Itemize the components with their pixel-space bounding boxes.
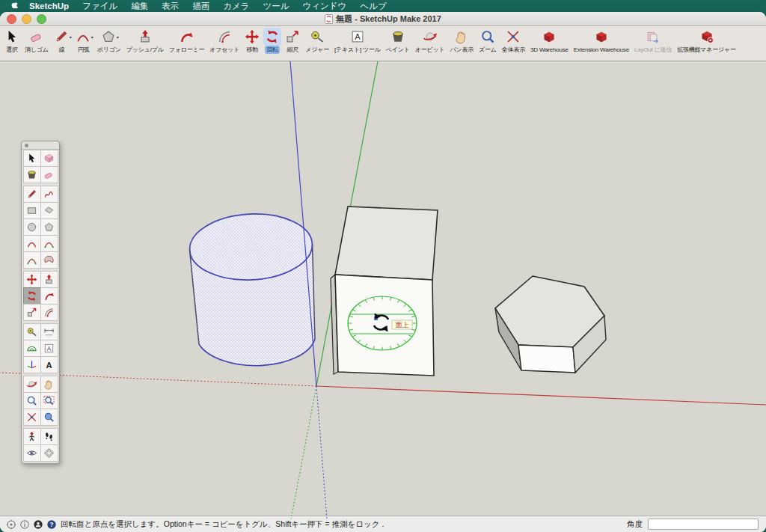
- palette-tool-eraser[interactable]: [40, 166, 58, 183]
- menu-item-2[interactable]: ファイル: [76, 0, 124, 12]
- menu-item-7[interactable]: ツール: [256, 0, 295, 12]
- toolbar-button-tape-measure-12[interactable]: メジャー: [304, 28, 331, 54]
- status-help-button[interactable]: ?: [46, 519, 57, 530]
- palette-tool-offset[interactable]: [40, 304, 58, 321]
- palette-tool-arc[interactable]: [23, 235, 41, 252]
- palette-tool-two-point-arc[interactable]: [40, 235, 58, 252]
- dropdown-arrow-icon[interactable]: ▾: [91, 34, 94, 40]
- toolbar-button-eraser-2[interactable]: 消しゴム: [23, 28, 50, 54]
- toolbar-button-extension-manager-22[interactable]: 拡張機能マネージャー: [675, 28, 738, 54]
- section-plane-icon: [43, 447, 55, 459]
- tool-palette: AA: [21, 141, 60, 464]
- palette-tool-protractor[interactable]: [23, 340, 41, 357]
- palette-tool-walk[interactable]: [40, 428, 58, 445]
- toolbar-button-pencil-3[interactable]: ▾線: [52, 28, 72, 54]
- palette-tool-rotate[interactable]: [23, 287, 41, 305]
- menu-item-6[interactable]: カメラ: [216, 0, 256, 12]
- palette-tool-pan[interactable]: [40, 376, 58, 393]
- palette-tool-follow-me[interactable]: [40, 287, 58, 305]
- minimize-window-button[interactable]: [22, 14, 31, 24]
- palette-tool-make-component[interactable]: [40, 150, 58, 167]
- toolbar-button-pan-16[interactable]: パン表示: [449, 28, 476, 54]
- palette-tool-line[interactable]: [23, 186, 41, 203]
- status-info-button[interactable]: [19, 519, 30, 530]
- palette-tool-text[interactable]: A: [40, 340, 58, 357]
- menu-item-5[interactable]: 描画: [186, 0, 216, 12]
- person-icon: [33, 519, 43, 530]
- toolbar-button-label: [テキスト] ツール: [333, 46, 382, 54]
- pan-icon: [43, 379, 55, 390]
- toolbar-button-text-tool-13[interactable]: A[テキスト] ツール: [333, 28, 382, 54]
- palette-tool-polygon[interactable]: [40, 218, 58, 236]
- palette-tool-pie[interactable]: [40, 251, 58, 269]
- palette-tool-select[interactable]: [23, 150, 41, 167]
- palette-tool-move[interactable]: [23, 271, 41, 288]
- palette-tool-tape-measure[interactable]: [23, 323, 41, 340]
- palette-tool-circle[interactable]: [23, 218, 41, 236]
- title-bar[interactable]: 無題 - SketchUp Make 2017: [0, 12, 766, 26]
- palette-tool-push-pull[interactable]: [40, 271, 58, 288]
- measurement-label: 角度: [627, 519, 643, 530]
- cylinder-selected[interactable]: [188, 211, 315, 366]
- toolbar-button-scale-11[interactable]: 縮尺: [284, 28, 301, 54]
- toolbar-button-rotate-10[interactable]: 回転: [263, 28, 281, 54]
- palette-tool-zoom[interactable]: [23, 392, 41, 409]
- menu-item-4[interactable]: 表示: [155, 0, 186, 12]
- palette-tool-orbit[interactable]: [23, 376, 41, 393]
- toolbar-button-push-pull-6[interactable]: プッシュ/プル: [125, 28, 165, 54]
- measurement-input[interactable]: [648, 519, 759, 530]
- palette-tool-dimension[interactable]: [40, 323, 58, 340]
- palette-tool-rectangle[interactable]: [23, 202, 41, 219]
- inference-tooltip: 面上: [392, 320, 412, 329]
- toolbar-button-label: 縮尺: [285, 46, 300, 54]
- menu-item-3[interactable]: 編集: [124, 0, 155, 12]
- toolbar-button-arc-4[interactable]: ▾円弧: [74, 28, 94, 54]
- palette-close-button[interactable]: [25, 144, 28, 147]
- toolbar-button-follow-me-7[interactable]: フォローミー: [168, 28, 206, 54]
- palette-tool-3d-text[interactable]: A: [40, 356, 58, 373]
- toolbar-button-select-1[interactable]: 選択: [3, 28, 21, 54]
- drawing-viewport[interactable]: 面上 AA: [0, 61, 766, 516]
- palette-tool-look-around[interactable]: [23, 444, 41, 462]
- apple-menu[interactable]: [6, 1, 22, 11]
- status-geolocation-button[interactable]: [6, 519, 16, 530]
- menu-item-9[interactable]: ヘルプ: [353, 0, 393, 12]
- palette-tool-three-point-arc[interactable]: [23, 251, 41, 269]
- palette-tool-zoom-window[interactable]: [40, 392, 58, 409]
- hexagonal-prism[interactable]: [495, 276, 606, 373]
- pencil-icon: [54, 29, 69, 44]
- zoom-window-button[interactable]: [37, 14, 46, 24]
- push-pull-icon: [43, 274, 55, 285]
- palette-tool-scale[interactable]: [23, 304, 41, 321]
- toolbar-button-label: 3D Warehouse: [529, 46, 570, 54]
- axis-red-solid: [316, 386, 766, 405]
- menu-item-8[interactable]: ウィンドウ: [295, 0, 353, 12]
- palette-tool-paint-bucket[interactable]: [23, 166, 41, 183]
- toolbar-button-offset-8[interactable]: オフセット: [208, 28, 241, 54]
- toolbar-button-warehouse-19[interactable]: 3D Warehouse: [529, 28, 570, 54]
- dropdown-arrow-icon[interactable]: ▾: [117, 34, 119, 40]
- dropdown-arrow-icon[interactable]: ▾: [70, 34, 72, 40]
- toolbar-button-orbit-15[interactable]: オービット: [414, 28, 447, 54]
- toolbar-button-move-9[interactable]: 移動: [243, 28, 261, 54]
- toolbar-button-layout-21[interactable]: LayOut に送信: [633, 28, 673, 54]
- scale-icon: [285, 29, 300, 44]
- toolbar-button-warehouse-20[interactable]: Extension Warehouse: [572, 28, 631, 54]
- palette-title-bar[interactable]: [22, 141, 59, 150]
- status-person-button[interactable]: [33, 519, 43, 530]
- palette-tool-freehand[interactable]: [40, 186, 58, 203]
- palette-tool-section-plane[interactable]: [40, 444, 58, 462]
- palette-tool-rotated-rectangle[interactable]: [40, 202, 58, 219]
- palette-tool-position-camera[interactable]: [23, 428, 41, 445]
- palette-tool-axes[interactable]: [23, 356, 41, 373]
- palette-tool-zoom-extents[interactable]: [23, 409, 41, 426]
- toolbar-button-label: 線: [58, 46, 67, 54]
- toolbar-button-zoom-17[interactable]: ズーム: [477, 28, 498, 54]
- toolbar-button-zoom-extents-18[interactable]: 全体表示: [500, 28, 527, 54]
- menu-item-1[interactable]: SketchUp: [22, 0, 76, 12]
- toolbar-button-polygon-5[interactable]: ▾ポリゴン: [96, 28, 123, 54]
- zoom-icon: [480, 29, 495, 44]
- close-window-button[interactable]: [7, 14, 16, 24]
- palette-tool-previous[interactable]: [40, 409, 58, 426]
- toolbar-button-paint-bucket-14[interactable]: ペイント: [384, 28, 411, 54]
